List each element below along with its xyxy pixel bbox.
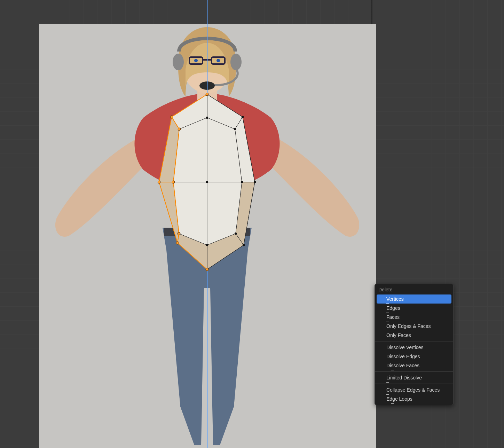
- context-menu-separator: [375, 371, 453, 372]
- context-menu-separator: [375, 384, 453, 384]
- svg-point-6: [216, 59, 220, 62]
- context-menu-item-only-edges-faces[interactable]: Only Edges & Faces: [377, 322, 451, 331]
- context-menu-item-edges[interactable]: Edges: [377, 304, 451, 313]
- accelerator-underline: [391, 403, 394, 404]
- context-menu-item-dissolve-vertices[interactable]: Dissolve Vertices: [377, 343, 451, 352]
- context-menu-title: Delete: [375, 284, 453, 294]
- accelerator-underline: [391, 370, 394, 370]
- context-menu-separator: [375, 341, 453, 341]
- svg-point-5: [194, 59, 198, 62]
- context-menu-item-only-faces[interactable]: Only Faces: [377, 331, 451, 340]
- axis-z-line: [207, 0, 208, 448]
- svg-point-7: [173, 54, 184, 70]
- accelerator-underline: [389, 340, 392, 340]
- context-menu-item-dissolve-faces[interactable]: Dissolve Faces: [377, 361, 451, 370]
- context-menu-item-vertices[interactable]: Vertices: [377, 294, 451, 304]
- context-menu-item-edge-loops[interactable]: Edge Loops: [377, 394, 451, 403]
- context-menu-item-limited-dissolve[interactable]: Limited Dissolve: [377, 373, 451, 382]
- context-menu-item-dissolve-edges[interactable]: Dissolve Edges: [377, 352, 451, 361]
- context-menu-item-faces[interactable]: Faces: [377, 313, 451, 322]
- svg-point-8: [230, 54, 242, 70]
- context-menu-delete[interactable]: Delete VerticesEdgesFacesOnly Edges & Fa…: [375, 284, 454, 405]
- accelerator-underline: [386, 382, 389, 383]
- context-menu-item-collapse-ef[interactable]: Collapse Edges & Faces: [377, 385, 451, 394]
